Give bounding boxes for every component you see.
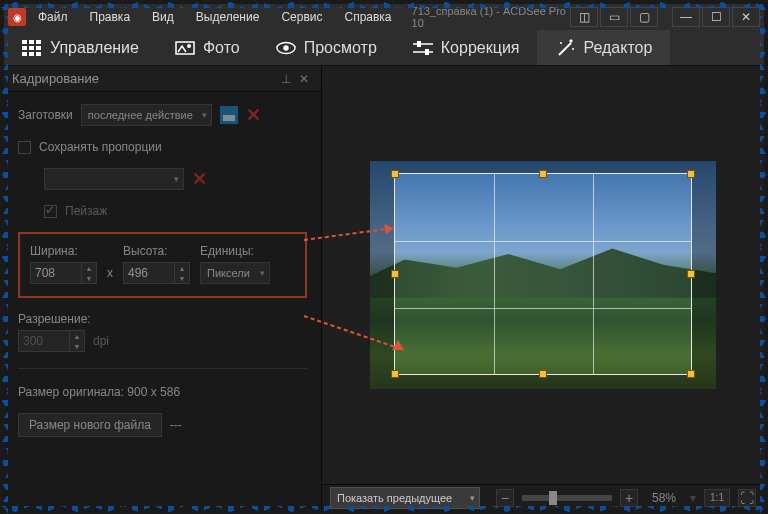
svg-point-19 xyxy=(572,48,574,50)
crop-handle-b[interactable] xyxy=(539,370,547,378)
width-spinner[interactable]: ▲▼ xyxy=(30,262,97,284)
mode-bar: Управление Фото Просмотр Коррекция Редак… xyxy=(4,30,764,66)
width-field: Ширина: ▲▼ xyxy=(30,244,97,284)
canvas-area: Показать предыдущее − + 58% ▾ 1:1 ⛶ xyxy=(322,66,764,510)
crop-handle-t[interactable] xyxy=(539,170,547,178)
eye-icon xyxy=(276,38,296,58)
crop-panel: Кадрирование ⊥ ✕ Заготовки последнее дей… xyxy=(4,66,322,510)
layout-button-3[interactable]: ▢ xyxy=(630,7,658,27)
menu-help[interactable]: Справка xyxy=(334,6,401,28)
svg-rect-6 xyxy=(22,52,27,56)
mode-edit[interactable]: Редактор xyxy=(537,30,670,65)
menu-selection[interactable]: Выделение xyxy=(186,6,270,28)
svg-rect-16 xyxy=(425,49,429,55)
close-window-button[interactable]: ✕ xyxy=(732,7,760,27)
mode-label: Редактор xyxy=(583,39,652,57)
keep-ratio-label: Сохранять пропорции xyxy=(39,140,162,154)
window-title: 713_справка (1) - ACDSee Pro 10 xyxy=(404,5,568,29)
resolution-input[interactable] xyxy=(18,330,70,352)
photo-preview xyxy=(370,161,716,389)
svg-rect-14 xyxy=(417,41,421,47)
width-label: Ширина: xyxy=(30,244,97,258)
ratio-dropdown[interactable] xyxy=(44,168,184,190)
crop-rectangle[interactable] xyxy=(394,173,692,375)
window-controls: ◫ ▭ ▢ — ☐ ✕ xyxy=(570,7,760,27)
minimize-button[interactable]: — xyxy=(672,7,700,27)
wand-icon xyxy=(555,38,575,58)
crop-handle-tl[interactable] xyxy=(391,170,399,178)
spin-up-icon[interactable]: ▲ xyxy=(82,263,96,273)
menu-view[interactable]: Вид xyxy=(142,6,184,28)
width-input[interactable] xyxy=(30,262,82,284)
mode-develop[interactable]: Коррекция xyxy=(395,30,538,65)
spin-down-icon[interactable]: ▼ xyxy=(175,273,189,283)
mode-label: Коррекция xyxy=(441,39,520,57)
zoom-in-button[interactable]: + xyxy=(620,489,638,507)
svg-rect-1 xyxy=(29,40,34,44)
image-canvas[interactable] xyxy=(326,70,760,480)
x-separator: x xyxy=(107,266,113,284)
mode-label: Просмотр xyxy=(304,39,377,57)
mode-photo[interactable]: Фото xyxy=(157,30,258,65)
svg-rect-3 xyxy=(22,46,27,50)
height-label: Высота: xyxy=(123,244,190,258)
divider xyxy=(18,368,307,369)
height-spinner[interactable]: ▲▼ xyxy=(123,262,190,284)
delete-preset-icon[interactable]: ✕ xyxy=(246,104,261,126)
svg-point-18 xyxy=(560,42,562,44)
svg-rect-2 xyxy=(36,40,41,44)
crop-handle-bl[interactable] xyxy=(391,370,399,378)
menu-file[interactable]: Файл xyxy=(28,6,78,28)
new-file-size-button[interactable]: Размер нового файла xyxy=(18,413,162,437)
spin-down-icon[interactable]: ▼ xyxy=(70,341,84,351)
original-size: Размер оригинала: 900 x 586 xyxy=(18,385,307,399)
fit-button[interactable]: 1:1 xyxy=(704,489,730,507)
svg-rect-5 xyxy=(36,46,41,50)
clear-ratio-icon[interactable]: ✕ xyxy=(192,168,207,190)
presets-dropdown[interactable]: последнее действие xyxy=(81,104,212,126)
mode-view[interactable]: Просмотр xyxy=(258,30,395,65)
zoom-slider[interactable] xyxy=(522,495,612,501)
svg-point-12 xyxy=(283,45,288,50)
mode-manage[interactable]: Управление xyxy=(4,30,157,65)
presets-label: Заготовки xyxy=(18,108,73,122)
units-dropdown[interactable]: Пиксели xyxy=(200,262,270,284)
maximize-button[interactable]: ☐ xyxy=(702,7,730,27)
crop-handle-br[interactable] xyxy=(687,370,695,378)
crop-handle-r[interactable] xyxy=(687,270,695,278)
spin-up-icon[interactable]: ▲ xyxy=(70,331,84,341)
landscape-row: Пейзаж xyxy=(44,204,307,218)
svg-point-10 xyxy=(187,44,191,48)
status-bar: Показать предыдущее − + 58% ▾ 1:1 ⛶ xyxy=(322,484,764,510)
panel-title: Кадрирование xyxy=(12,71,277,86)
keep-ratio-checkbox[interactable] xyxy=(18,141,31,154)
mode-label: Фото xyxy=(203,39,240,57)
resolution-spinner[interactable]: ▲▼ xyxy=(18,330,85,352)
landscape-checkbox[interactable] xyxy=(44,205,57,218)
menubar: ◉ Файл Правка Вид Выделение Сервис Справ… xyxy=(4,4,764,30)
layout-button-2[interactable]: ▭ xyxy=(600,7,628,27)
menu-edit[interactable]: Правка xyxy=(80,6,141,28)
crop-handle-l[interactable] xyxy=(391,270,399,278)
spin-up-icon[interactable]: ▲ xyxy=(175,263,189,273)
resolution-row: Разрешение: ▲▼ dpi xyxy=(18,312,307,352)
spin-down-icon[interactable]: ▼ xyxy=(82,273,96,283)
dimensions-highlight-box: Ширина: ▲▼ x Высота: ▲▼ xyxy=(18,232,307,298)
show-previous-dropdown[interactable]: Показать предыдущее xyxy=(330,487,480,509)
layout-button[interactable]: ◫ xyxy=(570,7,598,27)
presets-row: Заготовки последнее действие ✕ xyxy=(18,104,307,126)
pin-icon[interactable]: ⊥ xyxy=(277,70,295,88)
menu-service[interactable]: Сервис xyxy=(271,6,332,28)
close-panel-icon[interactable]: ✕ xyxy=(295,70,313,88)
zoom-out-button[interactable]: − xyxy=(496,489,514,507)
app-window: ◉ Файл Правка Вид Выделение Сервис Справ… xyxy=(4,4,764,510)
height-input[interactable] xyxy=(123,262,175,284)
fit-screen-button[interactable]: ⛶ xyxy=(738,489,756,507)
save-preset-icon[interactable] xyxy=(220,106,238,124)
height-field: Высота: ▲▼ xyxy=(123,244,190,284)
mode-label: Управление xyxy=(50,39,139,57)
zoom-value: 58% xyxy=(646,491,682,505)
sliders-icon xyxy=(413,38,433,58)
crop-handle-tr[interactable] xyxy=(687,170,695,178)
svg-rect-0 xyxy=(22,40,27,44)
